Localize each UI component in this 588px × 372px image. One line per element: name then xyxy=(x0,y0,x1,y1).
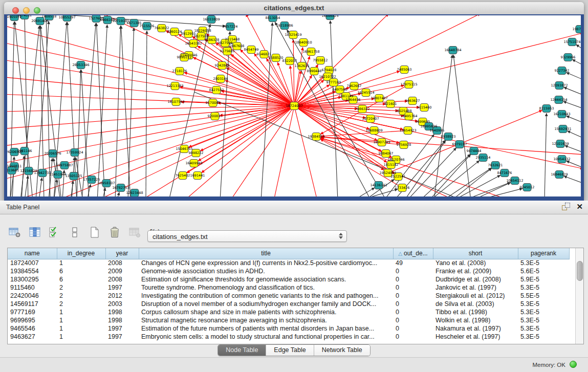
table-cell[interactable]: 0 xyxy=(393,333,433,341)
table-cell[interactable]: 2008 xyxy=(105,259,139,267)
new-document-icon[interactable] xyxy=(87,225,102,239)
table-cell[interactable]: 22420046 xyxy=(8,292,57,300)
table-cell[interactable]: 6 xyxy=(57,275,105,283)
table-cell[interactable]: 0 xyxy=(393,300,433,308)
table-cell[interactable]: 19384554 xyxy=(8,267,57,275)
table-cell[interactable]: Corpus callosum shape and size in male p… xyxy=(139,308,393,316)
table-cell[interactable]: Dudbridge et al. (2008) xyxy=(433,275,518,283)
table-cell[interactable]: 2 xyxy=(57,300,105,308)
table-cell[interactable]: 1998 xyxy=(105,316,139,324)
table-cell[interactable]: 5.3E-5 xyxy=(518,308,569,316)
import-table-icon[interactable] xyxy=(127,225,142,239)
table-row[interactable]: 977716911998Corpus callosum shape and si… xyxy=(8,308,569,316)
table-cell[interactable]: 1 xyxy=(57,333,105,341)
graph-edge[interactable] xyxy=(353,188,375,196)
table-cell[interactable]: 1997 xyxy=(105,324,139,333)
column-header-out_degree[interactable]: △out_de... xyxy=(393,248,433,259)
table-scrollbar[interactable] xyxy=(575,248,583,344)
table-cell[interactable]: 0 xyxy=(393,267,433,275)
table-row[interactable]: 1938455462009Genome-wide association stu… xyxy=(8,267,569,275)
table-cell[interactable]: 5.3E-5 xyxy=(518,316,569,324)
column-header-title[interactable]: title xyxy=(139,248,393,259)
table-cell[interactable]: Structural magnetic resonance image aver… xyxy=(139,316,393,324)
graph-edge[interactable] xyxy=(46,15,50,196)
graph-edge[interactable] xyxy=(7,106,294,146)
graph-edge[interactable] xyxy=(115,26,121,196)
delete-icon[interactable] xyxy=(107,225,122,239)
column-header-short[interactable]: short xyxy=(433,248,518,259)
graph-edge[interactable] xyxy=(67,22,77,196)
table-cell[interactable]: 0 xyxy=(393,316,433,324)
table-cell[interactable]: 14569117 xyxy=(8,300,57,308)
table-cell[interactable]: 5.9E-5 xyxy=(518,275,569,283)
tab-node-table[interactable]: Node Table xyxy=(218,345,266,356)
table-cell[interactable]: 5.5E-5 xyxy=(518,292,569,300)
tab-network-table[interactable]: Network Table xyxy=(314,345,370,356)
table-cell[interactable]: Disruption of a novel member of a sodium… xyxy=(139,300,393,308)
table-cell[interactable]: 9465546 xyxy=(8,324,57,333)
table-cell[interactable]: 9115460 xyxy=(8,283,57,292)
graph-edge[interactable] xyxy=(97,25,107,196)
graph-edge[interactable] xyxy=(404,140,446,196)
table-cell[interactable]: 9463627 xyxy=(8,333,57,341)
table-cell[interactable]: 2 xyxy=(57,283,105,292)
table-cell[interactable]: 49 xyxy=(393,259,433,267)
graph-edge[interactable] xyxy=(545,113,547,196)
table-cell[interactable]: 18300295 xyxy=(8,275,57,283)
table-cell[interactable]: 6 xyxy=(57,267,105,275)
table-cell[interactable]: 5.3E-5 xyxy=(518,333,569,341)
table-cell[interactable]: 2009 xyxy=(105,267,139,275)
table-cell[interactable]: 2003 xyxy=(105,300,139,308)
graph-edge[interactable] xyxy=(294,33,581,106)
table-cell[interactable]: Estimation of significance thresholds fo… xyxy=(139,275,393,283)
column-header-year[interactable]: year xyxy=(105,248,139,259)
table-row[interactable]: 946554611997Estimation of the future num… xyxy=(8,324,569,333)
table-cell[interactable]: 0 xyxy=(393,275,433,283)
column-header-name[interactable]: name xyxy=(8,248,57,259)
table-cell[interactable]: 1998 xyxy=(105,308,139,316)
table-cell[interactable]: 2 xyxy=(57,292,105,300)
memory-status-icon[interactable] xyxy=(570,361,577,368)
row-height-icon[interactable] xyxy=(67,225,82,239)
table-row[interactable]: 946362711997Embryonic stem cells: a mode… xyxy=(8,333,569,341)
table-cell[interactable]: 5.3E-5 xyxy=(518,283,569,292)
window-titlebar[interactable]: citations_edges.txt xyxy=(4,2,584,15)
scrollbar-thumb[interactable] xyxy=(577,261,583,281)
table-row[interactable]: 1872400712008Changes of HCN gene express… xyxy=(8,259,569,267)
graph-edge[interactable] xyxy=(274,106,294,196)
table-cell[interactable]: Investigating the contribution of common… xyxy=(139,292,393,300)
graph-edge[interactable] xyxy=(146,31,147,196)
table-cell[interactable]: Jankovic et al. (1997) xyxy=(433,283,518,292)
graph-edge[interactable] xyxy=(7,77,294,106)
close-panel-icon[interactable]: ✕ xyxy=(576,203,583,211)
table-row[interactable]: 1830029562008Estimation of significance … xyxy=(8,275,569,283)
column-header-in_degree[interactable]: in_degree xyxy=(57,248,105,259)
table-cell[interactable]: 1997 xyxy=(105,333,139,341)
table-cell[interactable]: Franke et al. (2009) xyxy=(433,267,518,275)
table-row[interactable]: 1456911722003Disruption of a novel membe… xyxy=(8,300,569,308)
table-cell[interactable]: Nakamura et al. (1997) xyxy=(433,324,518,333)
table-cell[interactable]: Yano et al. (2008) xyxy=(433,259,518,267)
table-cell[interactable]: Genome-wide association studies in ADHD. xyxy=(139,267,393,275)
column-visibility-icon[interactable] xyxy=(27,225,42,239)
table-cell[interactable]: 5.3E-5 xyxy=(518,259,569,267)
tab-edge-table[interactable]: Edge Table xyxy=(266,345,314,356)
table-cell[interactable]: 2012 xyxy=(105,292,139,300)
table-cell[interactable]: 1 xyxy=(57,324,105,333)
table-cell[interactable]: 5.6E-5 xyxy=(518,267,569,275)
graph-edge[interactable] xyxy=(21,156,24,196)
graph-edge[interactable] xyxy=(294,106,317,196)
table-cell[interactable]: 1 xyxy=(57,316,105,324)
table-cell[interactable]: Embryonic stem cells: a model to study s… xyxy=(139,333,393,341)
table-cell[interactable]: 0 xyxy=(393,283,433,292)
table-cell[interactable]: Estimation of the future numbers of pati… xyxy=(139,324,393,333)
table-cell[interactable]: de Silva et al. (2003) xyxy=(433,300,518,308)
network-canvas[interactable]: 1905572207461220691406180851810855297152… xyxy=(7,15,581,196)
table-cell[interactable]: 5.3E-5 xyxy=(518,300,569,308)
graph-edge[interactable] xyxy=(330,20,338,196)
float-panel-icon[interactable] xyxy=(562,203,570,211)
network-view[interactable]: 1905572207461220691406180851810855297152… xyxy=(7,15,581,196)
table-cell[interactable]: 18724007 xyxy=(8,259,57,267)
table-cell[interactable]: 9699695 xyxy=(8,316,57,324)
table-cell[interactable]: Stergiakouli et al. (2012) xyxy=(433,292,518,300)
